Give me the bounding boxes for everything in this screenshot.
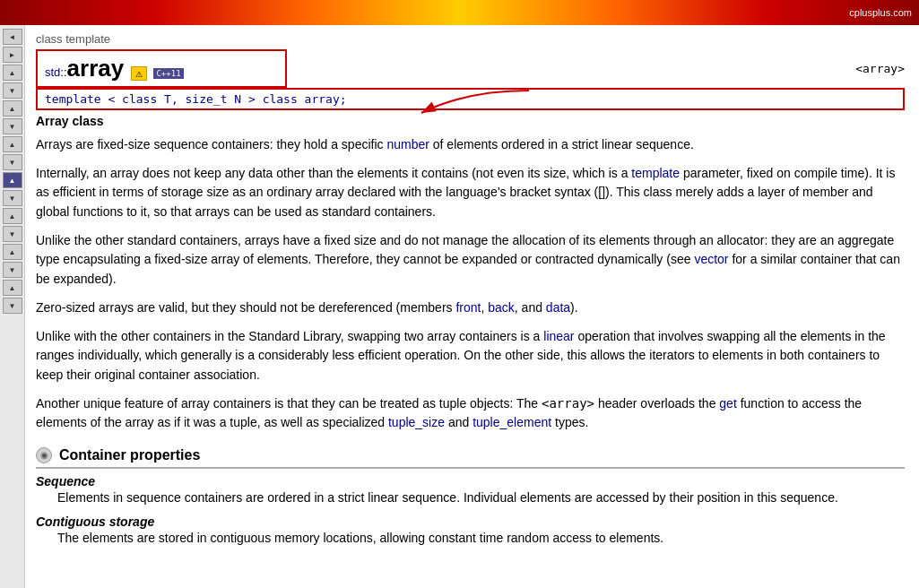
link-tuple-element[interactable]: tuple_element <box>473 415 551 429</box>
desc-para-5: Unlike with the other containers in the … <box>36 327 905 385</box>
desc-para-3: Unlike the other standard containers, ar… <box>36 231 905 290</box>
property-sequence-name: Sequence <box>36 474 905 489</box>
array-class-label: Array class <box>36 114 905 128</box>
std-prefix: std:: <box>45 65 67 79</box>
array-box: std::array ⚠ C++11 <box>36 49 287 88</box>
link-linear[interactable]: linear <box>543 329 574 343</box>
std-array-title: std::array ⚠ C++11 <box>45 55 278 82</box>
left-sidebar: ◄ ► ▲ ▼ ▲ ▼ ▲ ▼ ▲ ▼ ▲ ▼ ▲ ▼ ▲ ▼ <box>0 25 25 588</box>
top-banner: cplusplus.com <box>0 0 919 25</box>
sidebar-btn-15[interactable]: ▲ <box>3 280 22 296</box>
desc-para-2: Internally, an array does not keep any d… <box>36 164 905 222</box>
array-name: array <box>67 55 125 82</box>
link-get[interactable]: get <box>719 396 736 411</box>
link-template[interactable]: template <box>631 166 680 180</box>
sidebar-btn-13[interactable]: ▲ <box>3 244 22 260</box>
sidebar-btn-4[interactable]: ▼ <box>3 82 22 99</box>
sidebar-btn-11[interactable]: ▲ <box>3 208 22 224</box>
main-layout: ◄ ► ▲ ▼ ▲ ▼ ▲ ▼ ▲ ▼ ▲ ▼ ▲ ▼ ▲ ▼ class te… <box>0 25 919 588</box>
property-contiguous: Contiguous storage The elements are stor… <box>36 514 905 548</box>
desc-para-1: Arrays are fixed-size sequence container… <box>36 135 905 155</box>
template-declaration: template < class T, size_t N > class arr… <box>36 88 905 110</box>
link-front[interactable]: front <box>455 300 481 315</box>
property-contiguous-name: Contiguous storage <box>36 514 905 529</box>
property-contiguous-desc: The elements are stored in contiguous me… <box>57 529 905 548</box>
sidebar-btn-2[interactable]: ► <box>3 47 22 63</box>
content-area: class template std::array ⚠ C++11 <array… <box>25 25 919 588</box>
link-data[interactable]: data <box>546 300 570 315</box>
sidebar-btn-5[interactable]: ▲ <box>3 100 22 117</box>
sidebar-btn-16[interactable]: ▼ <box>3 298 22 314</box>
desc-para-6: Another unique feature of array containe… <box>36 394 905 433</box>
banner-text: cplusplus.com <box>849 7 912 18</box>
link-back[interactable]: back <box>488 300 515 315</box>
section-icon: ◉ <box>36 447 52 463</box>
sidebar-btn-14[interactable]: ▼ <box>3 262 22 278</box>
cpp-icon: C++11 <box>153 68 183 79</box>
section-title: Container properties <box>59 447 200 463</box>
array-header-row: std::array ⚠ C++11 <array> <box>36 49 905 88</box>
sidebar-btn-10[interactable]: ▼ <box>3 190 22 206</box>
sidebar-btn-1[interactable]: ◄ <box>3 29 22 45</box>
property-sequence-desc: Elements in sequence containers are orde… <box>57 489 905 507</box>
array-tag: <array> <box>855 62 905 75</box>
sidebar-btn-8[interactable]: ▼ <box>3 154 22 170</box>
link-tuple-size[interactable]: tuple_size <box>388 415 445 429</box>
desc-para-4: Zero-sized arrays are valid, but they sh… <box>36 298 905 318</box>
warning-icon: ⚠ <box>131 66 147 81</box>
description-block: Arrays are fixed-size sequence container… <box>36 135 905 433</box>
class-label: class template <box>36 32 905 46</box>
link-number[interactable]: number <box>386 137 429 151</box>
template-section: template < class T, size_t N > class arr… <box>36 88 905 110</box>
sidebar-btn-12[interactable]: ▼ <box>3 226 22 242</box>
sidebar-btn-9[interactable]: ▲ <box>3 172 22 188</box>
sidebar-btn-7[interactable]: ▲ <box>3 136 22 152</box>
property-sequence: Sequence Elements in sequence containers… <box>36 474 905 507</box>
container-properties-header: ◉ Container properties <box>36 447 905 469</box>
link-vector[interactable]: vector <box>694 252 728 266</box>
sidebar-btn-3[interactable]: ▲ <box>3 65 22 81</box>
sidebar-btn-6[interactable]: ▼ <box>3 118 22 134</box>
